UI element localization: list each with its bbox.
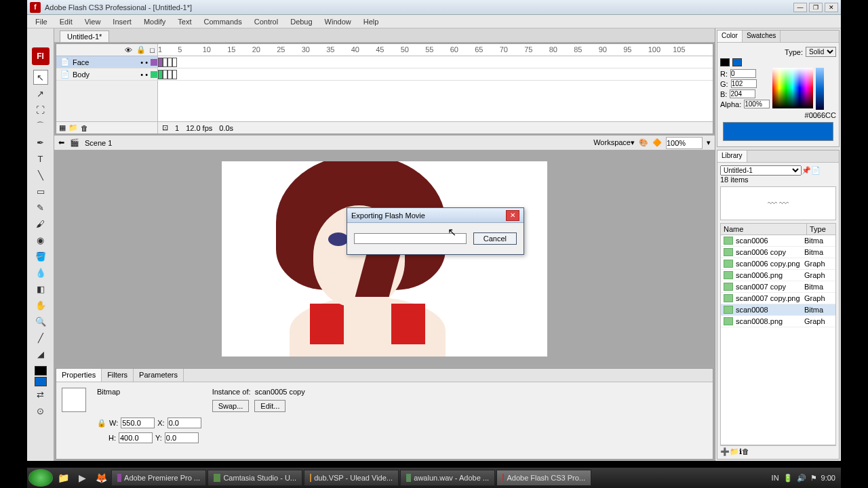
tray-icon[interactable]: ⚑ bbox=[810, 474, 817, 483]
cancel-button[interactable]: Cancel bbox=[473, 232, 517, 245]
lasso-tool[interactable]: ⌒ bbox=[33, 119, 48, 134]
stroke-color-swatch[interactable] bbox=[35, 366, 47, 375]
hand-tool[interactable]: ✋ bbox=[33, 298, 48, 312]
hex-value[interactable]: #0066CC bbox=[805, 111, 836, 119]
timeline-ruler[interactable]: 1510152025303540455055606570758085909510… bbox=[158, 44, 713, 56]
menu-view[interactable]: View bbox=[79, 16, 106, 27]
library-item[interactable]: scan0006.pngGraph bbox=[721, 270, 835, 281]
library-item[interactable]: scan0008.pngGraph bbox=[721, 316, 835, 327]
layer-body[interactable]: 📄Body• • bbox=[56, 68, 158, 80]
text-tool[interactable]: T bbox=[33, 151, 48, 166]
new-symbol-icon[interactable]: ➕ bbox=[720, 447, 730, 455]
y-field[interactable] bbox=[165, 432, 199, 443]
maximize-button[interactable]: ❐ bbox=[809, 3, 823, 12]
document-tab[interactable]: Untitled-1* bbox=[60, 30, 109, 42]
taskbar-item[interactable]: Adobe Premiere Pro ... bbox=[111, 470, 206, 486]
menu-text[interactable]: Text bbox=[172, 16, 197, 27]
col-type[interactable]: Type bbox=[807, 224, 835, 235]
snap-option-icon[interactable]: ⊙ bbox=[33, 403, 48, 418]
pen-tool[interactable]: ✒ bbox=[33, 135, 48, 150]
edit-symbol-icon[interactable]: 🔶 bbox=[652, 138, 662, 147]
delete-layer-icon[interactable]: 🗑 bbox=[81, 124, 88, 132]
close-button[interactable]: ✕ bbox=[825, 3, 838, 12]
paint-bucket-tool[interactable]: 🪣 bbox=[33, 249, 48, 264]
clock[interactable]: 9:00 bbox=[821, 474, 835, 482]
tab-library[interactable]: Library bbox=[717, 150, 747, 162]
library-item[interactable]: scan0006 copy.pngGraph bbox=[721, 258, 835, 270]
width-field[interactable] bbox=[121, 418, 155, 428]
swap-colors-icon[interactable]: ⇄ bbox=[33, 387, 48, 402]
onion-skin-icon[interactable]: ⊡ bbox=[162, 123, 168, 132]
layer-face[interactable]: 📄Face• • bbox=[56, 56, 158, 68]
tab-filters[interactable]: Filters bbox=[102, 369, 134, 382]
delete-icon[interactable]: 🗑 bbox=[742, 447, 749, 455]
language-indicator[interactable]: IN bbox=[772, 474, 779, 482]
eraser-tool[interactable]: ◧ bbox=[33, 281, 48, 296]
library-doc-select[interactable]: Untitled-1 bbox=[720, 165, 802, 176]
subselection-tool[interactable]: ↗ bbox=[33, 86, 48, 101]
fill-color-swatch[interactable] bbox=[35, 377, 47, 386]
blue-field[interactable] bbox=[730, 89, 755, 98]
stage-area[interactable] bbox=[54, 150, 715, 367]
stroke-tool[interactable]: ╱ bbox=[33, 330, 48, 345]
swap-button[interactable]: Swap... bbox=[212, 400, 250, 412]
library-item[interactable]: scan0006Bitma bbox=[721, 235, 835, 247]
workspace-selector[interactable]: Workspace▾ bbox=[593, 138, 635, 147]
red-field[interactable] bbox=[730, 69, 756, 78]
back-icon[interactable]: ⬅ bbox=[58, 138, 64, 147]
menu-modify[interactable]: Modify bbox=[138, 16, 171, 27]
tab-color[interactable]: Color bbox=[717, 30, 743, 42]
ink-bottle-tool[interactable]: ◉ bbox=[33, 232, 48, 247]
library-item[interactable]: scan0006 copyBitma bbox=[721, 247, 835, 258]
edit-scene-icon[interactable]: 🎨 bbox=[639, 138, 648, 147]
brush-tool[interactable]: 🖌 bbox=[33, 216, 48, 231]
menu-window[interactable]: Window bbox=[319, 16, 357, 27]
new-lib-icon[interactable]: 📄 bbox=[811, 166, 821, 174]
edit-button[interactable]: Edit... bbox=[254, 400, 285, 412]
line-tool[interactable]: ╲ bbox=[33, 167, 48, 182]
minimize-button[interactable]: — bbox=[793, 3, 807, 12]
pencil-tool[interactable]: ✎ bbox=[33, 200, 48, 215]
menu-debug[interactable]: Debug bbox=[285, 16, 317, 27]
menu-edit[interactable]: Edit bbox=[54, 16, 78, 27]
menu-file[interactable]: File bbox=[30, 16, 53, 27]
height-field[interactable] bbox=[119, 432, 153, 443]
scene-name[interactable]: Scene 1 bbox=[85, 139, 112, 147]
start-button[interactable] bbox=[28, 469, 53, 487]
taskbar-item[interactable]: dub.VSP - Ulead Vide... bbox=[304, 470, 399, 486]
menu-control[interactable]: Control bbox=[249, 16, 283, 27]
x-field[interactable] bbox=[167, 418, 201, 428]
zoom-tool[interactable]: 🔍 bbox=[33, 314, 48, 329]
dialog-titlebar[interactable]: Exporting Flash Movie ✕ bbox=[347, 208, 524, 223]
taskbar-item[interactable]: Adobe Flash CS3 Pro... bbox=[496, 470, 591, 486]
explorer-icon[interactable]: 📁 bbox=[54, 470, 72, 485]
tray-icon[interactable]: 🔊 bbox=[797, 474, 806, 483]
fill-swatch[interactable] bbox=[732, 58, 742, 66]
menu-help[interactable]: Help bbox=[358, 16, 384, 27]
fill-tool[interactable]: ◢ bbox=[33, 346, 48, 361]
color-type-select[interactable]: Solid bbox=[806, 47, 836, 57]
pin-icon[interactable]: 📌 bbox=[802, 166, 811, 174]
media-player-icon[interactable]: ▶ bbox=[73, 470, 91, 485]
stroke-swatch[interactable] bbox=[720, 58, 730, 66]
new-layer-icon[interactable]: ▦ bbox=[59, 123, 66, 132]
rectangle-tool[interactable]: ▭ bbox=[33, 184, 48, 199]
new-folder-icon[interactable]: 📁 bbox=[68, 123, 78, 132]
eyedropper-tool[interactable]: 💧 bbox=[33, 265, 48, 280]
color-slider[interactable] bbox=[816, 68, 824, 110]
col-name[interactable]: Name bbox=[721, 224, 807, 235]
taskbar-item[interactable]: awalun.wav - Adobe ... bbox=[400, 470, 495, 486]
new-folder-icon[interactable]: 📁 bbox=[730, 447, 739, 455]
library-item[interactable]: scan0008Bitma bbox=[721, 304, 835, 316]
color-ramp[interactable] bbox=[772, 68, 813, 108]
menu-insert[interactable]: Insert bbox=[107, 16, 137, 27]
library-item[interactable]: scan0007 copy.pngGraph bbox=[721, 293, 835, 304]
library-item[interactable]: scan0007 copyBitma bbox=[721, 281, 835, 293]
free-transform-tool[interactable]: ⛶ bbox=[33, 102, 48, 117]
zoom-field[interactable] bbox=[666, 137, 703, 149]
selection-tool[interactable]: ↖ bbox=[33, 70, 48, 85]
tab-swatches[interactable]: Swatches bbox=[743, 30, 781, 42]
tray-icon[interactable]: 🔋 bbox=[783, 474, 793, 483]
tab-parameters[interactable]: Parameters bbox=[134, 369, 184, 382]
zoom-dropdown-icon[interactable]: ▾ bbox=[707, 138, 711, 147]
